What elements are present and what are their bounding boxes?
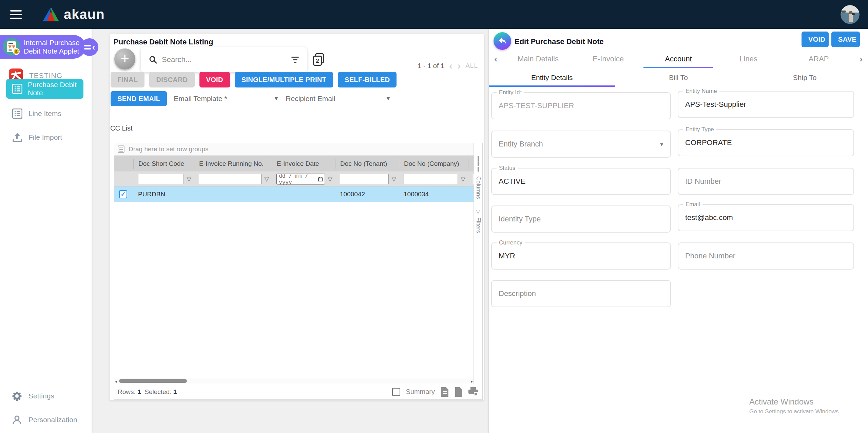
description-field[interactable]: Description — [491, 280, 671, 307]
currency-field[interactable]: Currency MYR — [491, 242, 671, 270]
pages-count: 2 — [313, 56, 322, 66]
funnel-icon[interactable]: ▽ — [391, 175, 396, 183]
scroll-left-icon[interactable]: ◂ — [115, 379, 117, 384]
void-button[interactable]: VOID — [199, 72, 230, 87]
editor-tabs: ‹ Main Details E-Invoice Account Lines A… — [489, 50, 868, 68]
tab-e-invoice[interactable]: E-Invoice — [573, 50, 643, 68]
copy-page-icon[interactable] — [455, 387, 463, 397]
tab-arap[interactable]: ARAP — [784, 50, 854, 68]
add-record-button[interactable]: + — [114, 48, 135, 70]
filter-input-doc-no-company[interactable] — [404, 174, 458, 184]
scroll-right-icon[interactable]: ▸ — [471, 379, 473, 384]
field-value: APS-Test-Supplier — [685, 100, 746, 109]
field-label: Email — [683, 201, 702, 208]
filter-input-e-invoice-running-no[interactable] — [199, 174, 262, 184]
filter-input-doc-no-tenant[interactable] — [340, 174, 389, 184]
grid-header-row: Doc Short Code E-Invoice Running No. E-I… — [114, 156, 474, 172]
tabs-scroll-left-icon[interactable]: ‹ — [489, 54, 503, 64]
tabs-scroll-right-icon[interactable]: › — [854, 50, 868, 68]
identity-type-field[interactable]: Identity Type — [491, 205, 671, 233]
purchase-debit-note-listing-panel: Purchase Debit Note Listing + 2 1 - 1 of… — [110, 34, 484, 400]
tab-lines[interactable]: Lines — [713, 50, 784, 68]
row-checkbox-checked[interactable]: ✓ — [119, 190, 127, 198]
grid-empty-area — [114, 202, 474, 378]
sidebar-item-applet[interactable]: $ Internal Purchase Debit Note Applet — [0, 35, 85, 59]
filter-input-doc-short-code[interactable] — [138, 174, 184, 184]
filter-icon[interactable] — [291, 57, 299, 63]
top-navbar: akaun — [0, 0, 868, 29]
entity-id-field[interactable]: Entity Id* APS-TEST-SUPPLIER — [491, 92, 671, 119]
column-header[interactable]: Doc No (Company) — [399, 159, 468, 169]
sidebar-item-personalization[interactable]: Personalization — [0, 411, 92, 428]
list-icon — [12, 109, 22, 119]
editor-void-button[interactable]: VOID — [802, 32, 829, 47]
activate-windows-watermark: Activate Windows Go to Settings to activ… — [749, 397, 840, 415]
page-prev-icon[interactable]: ‹ — [449, 61, 452, 71]
tab-account[interactable]: Account — [643, 50, 714, 68]
sidebar-item-file-import[interactable]: File Import — [0, 128, 92, 147]
editor-save-button[interactable]: SAVE — [831, 32, 860, 47]
self-billed-button[interactable]: SELF-BILLED — [338, 72, 397, 87]
user-avatar[interactable] — [841, 5, 860, 24]
row-group-dropzone[interactable]: Drag here to set row groups — [114, 143, 474, 156]
multi-page-icon[interactable]: 2 — [313, 53, 325, 66]
recipient-email-select[interactable]: Recipient Email ▼ — [286, 91, 391, 106]
watermark-line1: Activate Windows — [749, 397, 840, 407]
sidebar-item-purchase-debit-note[interactable]: Purchase Debit Note — [6, 79, 83, 99]
filters-tool-tab[interactable]: ▽ Filters — [475, 209, 482, 233]
funnel-icon[interactable]: ▽ — [328, 175, 332, 183]
export-file-icon[interactable] — [440, 387, 449, 397]
id-number-field[interactable]: ID Number — [678, 168, 854, 195]
field-value: APS-TEST-SUPPLIER — [499, 101, 574, 110]
subtab-ship-to[interactable]: Ship To — [741, 68, 868, 87]
field-label: Entity Name — [683, 88, 719, 95]
cc-list-input[interactable] — [110, 134, 216, 134]
send-email-button[interactable]: SEND EMAIL — [111, 91, 167, 106]
email-template-label: Email Template * — [174, 95, 227, 103]
tab-main-details[interactable]: Main Details — [503, 50, 573, 68]
email-field[interactable]: Email test@abc.com — [678, 204, 854, 231]
cell-doc-short-code: PURDBN — [133, 191, 194, 198]
back-button[interactable] — [494, 32, 511, 50]
status-field[interactable]: Status ACTIVE — [491, 168, 671, 195]
listing-title: Purchase Debit Note Listing — [114, 38, 213, 46]
column-header[interactable]: Doc Short Code — [133, 159, 194, 169]
sidebar-item-settings[interactable]: Settings — [0, 388, 92, 405]
subtab-entity-details[interactable]: Entity Details — [489, 68, 615, 87]
page-all-button[interactable]: ALL — [465, 62, 478, 70]
phone-number-field[interactable]: Phone Number — [678, 242, 854, 270]
hamburger-menu-icon[interactable] — [10, 10, 22, 19]
print-icon[interactable] — [468, 387, 478, 397]
funnel-icon[interactable]: ▽ — [461, 175, 465, 183]
edit-purchase-debit-note-panel: Edit Purchase Debit Note VOID SAVE ‹ Mai… — [489, 29, 868, 433]
field-label: Currency — [497, 239, 525, 246]
summary-label: Summary — [406, 388, 435, 396]
table-row[interactable]: ✓ PURDBN 1000042 1000034 1 — [114, 186, 474, 202]
entity-branch-field[interactable]: Entity Branch ▼ — [491, 131, 671, 158]
grid-status-bar: Rows: 1 Selected: 1 Summary — [114, 384, 483, 400]
email-template-select[interactable]: Email Template * ▼ — [174, 91, 279, 106]
funnel-icon[interactable]: ▽ — [187, 175, 191, 183]
sidebar-item-label: Personalization — [28, 416, 77, 424]
summary-checkbox[interactable] — [392, 388, 400, 396]
horizontal-scrollbar[interactable]: ◂ ▸ — [114, 378, 474, 384]
single-multiple-print-button[interactable]: SINGLE/MULTIPLE PRINT — [235, 72, 333, 87]
column-header[interactable]: Doc No (Tenant) — [335, 159, 399, 169]
final-button[interactable]: FINAL — [111, 72, 144, 87]
discard-button[interactable]: DISCARD — [149, 72, 194, 87]
entity-name-field[interactable]: Entity Name APS-Test-Supplier — [678, 91, 854, 118]
subtab-bill-to[interactable]: Bill To — [615, 68, 742, 87]
field-label: Entity Type — [683, 126, 716, 133]
column-header[interactable]: E-Invoice Running No. — [194, 159, 272, 169]
entity-type-field[interactable]: Entity Type CORPORATE — [678, 129, 854, 156]
funnel-icon[interactable]: ▽ — [264, 175, 269, 183]
page-next-icon[interactable]: › — [457, 61, 461, 71]
column-header[interactable]: E-Invoice Date — [272, 159, 335, 169]
column-header[interactable]: D — [468, 159, 474, 169]
search-input[interactable] — [162, 55, 291, 64]
sidebar-item-line-items[interactable]: Line Items — [0, 104, 92, 123]
scrollbar-thumb[interactable] — [119, 379, 187, 383]
filter-date-input[interactable]: dd / mm / yyyy — [276, 174, 325, 184]
sidebar-collapse-icon[interactable]: ‹ — [81, 38, 98, 56]
columns-tool-tab[interactable]: Columns — [475, 156, 482, 199]
